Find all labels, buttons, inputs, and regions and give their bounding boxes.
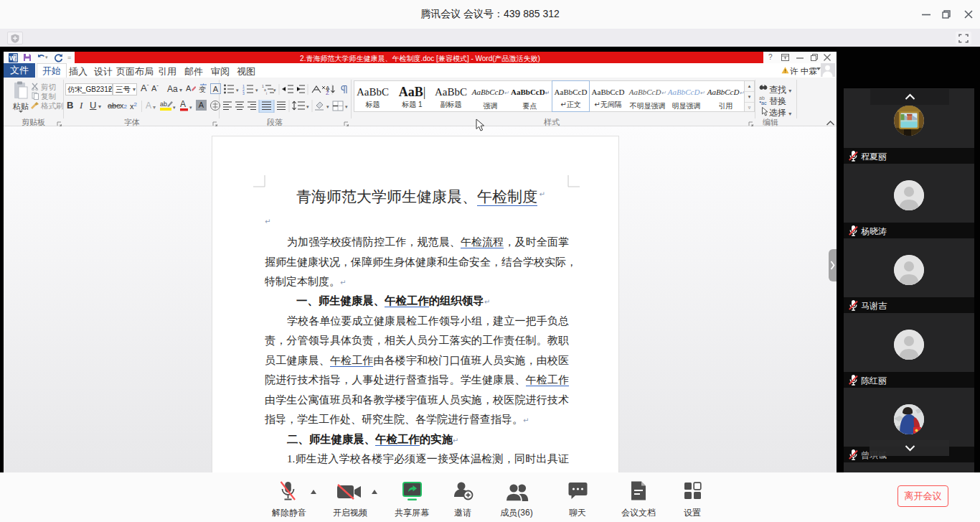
svg-text:▾: ▾ <box>173 105 176 110</box>
svg-text:i: i <box>266 91 267 95</box>
svg-text:A: A <box>180 99 186 109</box>
svg-text:3: 3 <box>242 91 245 95</box>
svg-text:▾: ▾ <box>45 55 48 60</box>
svg-text:A: A <box>186 84 192 93</box>
svg-text:ac: ac <box>761 101 767 106</box>
svg-text:Z: Z <box>326 90 329 95</box>
svg-text:▾: ▾ <box>345 104 348 109</box>
svg-text:▾: ▾ <box>306 104 309 109</box>
svg-text:▾: ▾ <box>273 88 276 93</box>
svg-text:ab: ab <box>160 101 167 108</box>
svg-text:变: 变 <box>199 85 206 93</box>
svg-text:▾: ▾ <box>255 88 258 93</box>
svg-text:W: W <box>9 55 16 62</box>
svg-text:▾: ▾ <box>236 88 239 93</box>
svg-text:▾: ▾ <box>189 105 192 110</box>
svg-text:▾: ▾ <box>326 104 329 109</box>
